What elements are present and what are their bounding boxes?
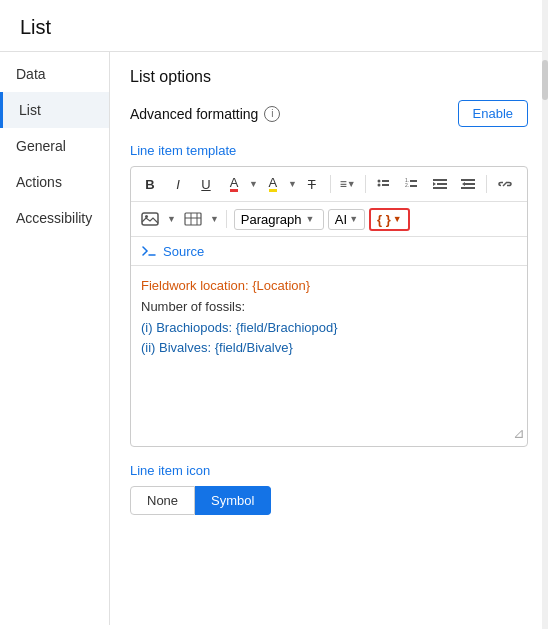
section-title: List options [130,68,528,86]
page-title: List [0,0,548,52]
bullet-list-button[interactable] [371,171,397,197]
editor-line-2: Number of fossils: [141,297,517,318]
svg-rect-1 [382,180,389,182]
svg-rect-3 [382,184,389,186]
editor-line-4: (ii) Bivalves: {field/Bivalve} [141,338,517,359]
table-button[interactable] [180,206,206,232]
editor-line-1: Fieldwork location: {Location} [141,276,517,297]
bold-button[interactable]: B [137,171,163,197]
enable-button[interactable]: Enable [458,100,528,127]
icon-option-symbol[interactable]: Symbol [195,486,271,515]
indent-button[interactable] [427,171,453,197]
svg-rect-5 [410,180,417,182]
line-item-icon-label: Line item icon [130,463,528,478]
sidebar-item-data[interactable]: Data [0,56,109,92]
image-chevron[interactable]: ▼ [167,214,176,224]
strikethrough-button[interactable]: T [299,171,325,197]
resize-handle[interactable]: ⊿ [513,422,525,444]
toolbar-sep-1 [330,175,331,193]
toolbar-row2: ▼ ▼ Paragraph ▼ AI ▼ [131,202,527,237]
font-color-chevron[interactable]: ▼ [249,179,258,189]
source-row[interactable]: Source [131,237,527,266]
svg-marker-11 [433,182,436,186]
sidebar-item-general[interactable]: General [0,128,109,164]
icon-options: None Symbol [130,486,528,515]
svg-rect-12 [461,179,475,181]
editor-body[interactable]: Fieldwork location: {Location} Number of… [131,266,527,446]
image-button[interactable] [137,206,163,232]
curly-braces-button[interactable]: { } ▼ [369,208,410,231]
toolbar-sep-4 [226,210,227,228]
svg-rect-13 [465,183,475,185]
advanced-formatting-label: Advanced formatting i [130,106,280,122]
sidebar-item-actions[interactable]: Actions [0,164,109,200]
svg-rect-10 [433,187,447,189]
icon-option-none[interactable]: None [130,486,195,515]
advanced-formatting-row: Advanced formatting i Enable [130,100,528,127]
line-item-template-label: Line item template [130,143,528,158]
scrollbar-thumb[interactable] [542,60,548,100]
font-color-button[interactable]: A [221,171,247,197]
toolbar-sep-3 [486,175,487,193]
scrollbar[interactable] [542,0,548,629]
svg-point-17 [145,215,148,218]
svg-rect-7 [410,185,417,187]
underline-button[interactable]: U [193,171,219,197]
source-icon [141,243,157,259]
svg-point-0 [377,180,380,183]
source-label: Source [163,244,204,259]
ai-dropdown[interactable]: AI ▼ [328,209,365,230]
svg-point-2 [377,184,380,187]
advanced-formatting-text: Advanced formatting [130,106,258,122]
highlight-chevron[interactable]: ▼ [288,179,297,189]
outdent-button[interactable] [455,171,481,197]
sidebar-item-accessibility[interactable]: Accessibility [0,200,109,236]
editor-container: B I U A ▼ A ▼ T ≡ ▼ [130,166,528,447]
svg-rect-9 [437,183,447,185]
sidebar: Data List General Actions Accessibility [0,52,110,625]
svg-rect-18 [185,213,201,225]
line-item-icon-section: Line item icon None Symbol [130,463,528,515]
svg-text:2.: 2. [405,182,409,188]
paragraph-dropdown[interactable]: Paragraph ▼ [234,209,324,230]
numbered-list-button[interactable]: 1. 2. [399,171,425,197]
svg-rect-8 [433,179,447,181]
main-content: List options Advanced formatting i Enabl… [110,52,548,625]
toolbar-sep-2 [365,175,366,193]
sidebar-item-list[interactable]: List [0,92,109,128]
svg-marker-15 [462,182,465,186]
toolbar-row1: B I U A ▼ A ▼ T ≡ ▼ [131,167,527,202]
align-button[interactable]: ≡ ▼ [336,175,360,193]
highlight-button[interactable]: A [260,171,286,197]
link-button[interactable] [492,171,518,197]
svg-rect-14 [461,187,475,189]
italic-button[interactable]: I [165,171,191,197]
table-chevron[interactable]: ▼ [210,214,219,224]
info-icon[interactable]: i [264,106,280,122]
editor-line-3: (i) Brachiopods: {field/Brachiopod} [141,318,517,339]
